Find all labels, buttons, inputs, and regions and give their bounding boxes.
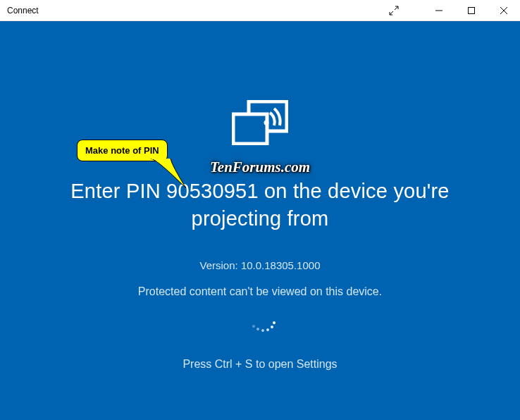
- annotation-callout: Make note of PIN: [77, 140, 168, 161]
- svg-rect-1: [469, 7, 475, 13]
- titlebar-controls: [378, 0, 520, 20]
- expand-icon: [389, 6, 399, 16]
- maximize-icon: [468, 7, 475, 14]
- version-label: Version:: [200, 259, 241, 271]
- expand-button[interactable]: [378, 0, 410, 20]
- settings-hint-text: Press Ctrl + S to open Settings: [182, 358, 337, 371]
- minimize-button[interactable]: [423, 0, 455, 20]
- svg-rect-5: [233, 114, 267, 144]
- window-title: Connect: [7, 6, 378, 16]
- svg-point-6: [264, 121, 269, 125]
- callout-text: Make note of PIN: [85, 145, 159, 156]
- version-value: 10.0.18305.1000: [241, 259, 321, 271]
- cast-icon-container: [232, 100, 288, 148]
- version-text: Version: 10.0.18305.1000: [200, 259, 321, 271]
- close-button[interactable]: [488, 0, 520, 20]
- watermark-text: TenForums.com: [210, 159, 310, 176]
- loading-spinner: [246, 304, 274, 333]
- minimize-icon: [435, 7, 442, 14]
- pin-instruction-heading: Enter PIN 90530951 on the device you're …: [0, 178, 520, 233]
- titlebar: Connect: [0, 0, 520, 21]
- close-icon: [500, 7, 507, 14]
- protected-content-text: Protected content can't be viewed on thi…: [138, 285, 382, 298]
- cast-icon: [232, 100, 288, 148]
- maximize-button[interactable]: [455, 0, 488, 20]
- content-area: TenForums.com Enter PIN 90530951 on the …: [0, 21, 520, 420]
